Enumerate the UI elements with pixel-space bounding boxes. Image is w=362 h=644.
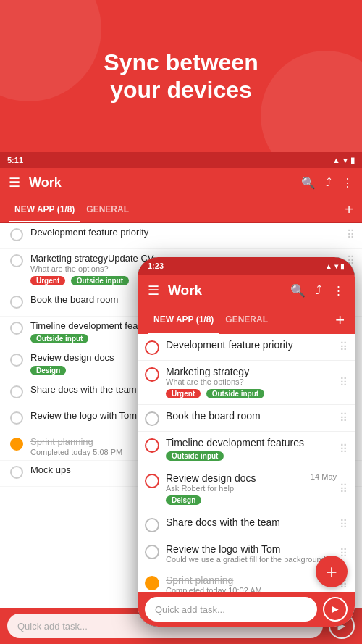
task-circle[interactable] xyxy=(145,518,159,532)
task-subtitle: Could we use a gradiet fill for the back… xyxy=(166,555,337,564)
wifi-icon: ▾ xyxy=(343,156,348,165)
hero-section: Sync between your devices xyxy=(0,0,362,152)
hamburger-icon[interactable]: ☰ xyxy=(9,175,20,191)
chip-outside-input: Outside input xyxy=(206,389,264,398)
hero-decoration-circle-br xyxy=(261,51,362,152)
task-circle[interactable] xyxy=(10,354,23,367)
task-circle-completed[interactable] xyxy=(145,576,159,590)
task-subtitle: Completed today 10:02 AM xyxy=(166,586,337,592)
task-title: Review the logo with Tom xyxy=(166,543,337,555)
chip-urgent: Urgent xyxy=(166,389,201,398)
table-row: Development feature priority ⠿ xyxy=(0,223,362,249)
task-chips: Deisgn xyxy=(166,493,311,506)
list-item: Marketing strategy What are the options?… xyxy=(138,361,355,405)
task-title: Development feature priority xyxy=(166,339,337,351)
tablet-time: 5:11 xyxy=(7,156,23,164)
tab-new-app[interactable]: NEW APP (1/8) xyxy=(9,198,80,222)
phone-list: Development feature priority ⠿ Marketing… xyxy=(138,334,355,592)
task-circle[interactable] xyxy=(145,340,159,355)
phone-add-list-button[interactable]: + xyxy=(335,312,345,328)
task-content: Timeline development features Outside in… xyxy=(166,437,337,461)
phone-quick-add-bar: Quick add task... ► xyxy=(138,592,355,627)
drag-handle-icon[interactable]: ⠿ xyxy=(340,518,348,531)
hero-line2: your devices xyxy=(110,77,252,103)
share-icon[interactable]: ⤴ xyxy=(316,283,322,298)
phone-quick-add-send-button[interactable]: ► xyxy=(323,597,348,622)
task-content: Review design docs Ask Robert for help D… xyxy=(166,472,311,506)
chip-outside-input: Outside input xyxy=(30,334,88,343)
task-content: Review the logo with Tom Could we use a … xyxy=(166,543,337,564)
drag-handle-icon[interactable]: ⠿ xyxy=(340,340,348,354)
task-circle[interactable] xyxy=(145,545,159,559)
hamburger-icon[interactable]: ☰ xyxy=(148,283,159,298)
hero-text: Sync between your devices xyxy=(104,49,258,104)
phone-tab-new-app[interactable]: NEW APP (1/8) xyxy=(148,306,219,334)
phone-frame: 1:23 ▲ ▾ ▮ ☰ Work 🔍 ⤴ ⋮ NEW APP (1/8) GE… xyxy=(138,257,355,627)
drag-handle-icon[interactable]: ⠿ xyxy=(347,227,355,241)
task-title: Review design docs xyxy=(166,472,311,484)
signal-icon: ▲ xyxy=(325,262,332,270)
search-icon[interactable]: 🔍 xyxy=(290,283,306,298)
chip-urgent: Urgent xyxy=(30,276,65,285)
task-content: Book the board room xyxy=(166,410,337,422)
task-date: 14 May xyxy=(311,472,337,481)
task-circle[interactable] xyxy=(10,322,23,335)
phone-fab[interactable]: + xyxy=(316,556,348,587)
tablet-title: Work xyxy=(29,175,301,191)
phone-status-icons: ▲ ▾ ▮ xyxy=(325,262,345,270)
tablet-toolbar-icons: 🔍 ⤴ ⋮ xyxy=(301,176,353,190)
more-icon[interactable]: ⋮ xyxy=(332,283,345,298)
task-circle[interactable] xyxy=(10,296,23,309)
task-title: Marketing strategy xyxy=(166,366,337,377)
phone-tab-general[interactable]: GENERAL xyxy=(219,306,274,334)
task-circle[interactable] xyxy=(10,411,23,425)
tab-general[interactable]: GENERAL xyxy=(80,198,135,222)
hero-line1: Sync between xyxy=(104,49,258,75)
task-circle[interactable] xyxy=(145,438,159,453)
task-content: Development feature priority xyxy=(30,227,342,238)
add-list-button[interactable]: + xyxy=(345,202,353,217)
task-content: Development feature priority xyxy=(166,339,337,351)
more-icon[interactable]: ⋮ xyxy=(342,176,353,190)
search-icon[interactable]: 🔍 xyxy=(301,176,316,190)
phone-quick-add-input[interactable]: Quick add task... xyxy=(145,597,317,622)
task-circle[interactable] xyxy=(10,466,23,479)
task-subtitle: What are the options? xyxy=(166,377,337,386)
task-content: Sprint planning Completed today 10:02 AM xyxy=(166,574,337,592)
list-item: Review design docs Ask Robert for help D… xyxy=(138,467,355,511)
chip-design: Deisgn xyxy=(166,495,201,505)
task-circle[interactable] xyxy=(10,385,23,398)
drag-handle-icon[interactable]: ⠿ xyxy=(340,376,348,389)
battery-icon: ▮ xyxy=(350,156,355,165)
task-title: Book the board room xyxy=(166,410,337,422)
list-item: Development feature priority ⠿ xyxy=(138,334,355,361)
phone-toolbar: ☰ Work 🔍 ⤴ ⋮ xyxy=(138,275,355,306)
drag-handle-icon[interactable]: ⠿ xyxy=(340,443,348,456)
list-item: Share docs with the team ⠿ xyxy=(138,511,355,538)
task-title: Share docs with the team xyxy=(166,517,337,528)
task-chips: Outside input xyxy=(166,448,337,461)
task-circle[interactable] xyxy=(10,228,23,241)
wifi-icon: ▾ xyxy=(334,262,338,270)
task-circle[interactable] xyxy=(10,254,23,267)
task-circle[interactable] xyxy=(145,367,159,382)
tablet-status-icons: ▲ ▾ ▮ xyxy=(332,156,355,165)
phone-toolbar-icons: 🔍 ⤴ ⋮ xyxy=(290,283,345,298)
phone-time: 1:23 xyxy=(148,262,164,270)
share-icon[interactable]: ⤴ xyxy=(326,176,332,190)
drag-handle-icon[interactable]: ⠿ xyxy=(340,482,348,495)
battery-icon: ▮ xyxy=(340,262,345,270)
task-circle-completed[interactable] xyxy=(10,438,23,451)
drag-handle-icon[interactable]: ⠿ xyxy=(340,411,348,425)
phone-title: Work xyxy=(168,283,290,298)
task-circle[interactable] xyxy=(145,411,159,426)
list-item: Timeline development features Outside in… xyxy=(138,432,355,467)
chip-outside-input: Outside input xyxy=(71,276,129,285)
tablet-tabs: NEW APP (1/8) GENERAL + xyxy=(0,197,362,223)
chip-outside-input: Outside input xyxy=(166,451,224,461)
task-circle[interactable] xyxy=(145,474,159,488)
task-content: Marketing strategy What are the options?… xyxy=(166,366,337,399)
tablet-toolbar: ☰ Work 🔍 ⤴ ⋮ xyxy=(0,168,362,197)
task-content: Share docs with the team xyxy=(166,517,337,528)
task-chips: Urgent Outside input xyxy=(166,386,337,399)
